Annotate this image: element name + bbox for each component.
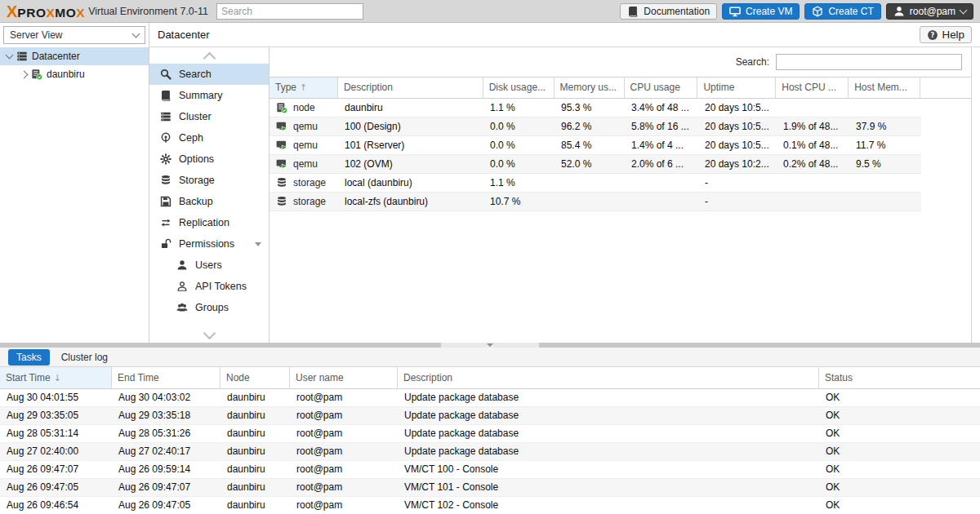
node-cell: daunbiru [220,479,290,496]
description-cell: Update package database [398,389,819,406]
book-icon [627,6,639,17]
type-label: storage [293,193,326,210]
tree-item-daunbiru[interactable]: daunbiru [0,65,149,83]
type-cell: qemu [270,136,338,154]
user-label: root@pam [910,6,956,17]
resource-row-100-design[interactable]: qemu100 (Design)0.0 %96.2 %5.8% of 16 ..… [270,117,921,136]
column-header-host-cpu[interactable]: Host CPU ... [776,78,849,98]
tree-item-datacenter[interactable]: Datacenter [0,47,149,65]
user-cell: root@pam [290,425,398,442]
menu-item-permissions[interactable]: Permissions [149,233,269,255]
db-icon [160,175,172,186]
task-row[interactable]: Aug 26 09:47:05Aug 26 09:47:07daunbiruro… [0,479,980,497]
task-row[interactable]: Aug 28 05:31:14Aug 28 05:31:26daunbiruro… [0,425,980,443]
menu-item-storage[interactable]: Storage [149,170,269,191]
node-cell: daunbiru [220,443,290,460]
table-search-input[interactable] [776,54,962,70]
user-icon [893,6,905,17]
help-button[interactable]: ? Help [920,26,972,43]
tab-tasks[interactable]: Tasks [8,349,50,366]
view-selector-combobox[interactable]: Server View [3,26,145,44]
column-header-cpu-usage[interactable]: CPU usage [625,78,698,98]
column-header-host-mem[interactable]: Host Mem... [849,78,920,98]
resource-row-daunbiru[interactable]: nodedaunbiru1.1 %95.3 %3.4% of 48 ...20 … [270,99,921,117]
menu-item-options[interactable]: Options [149,148,269,170]
resource-row-101-rserver[interactable]: qemu101 (Rserver)0.0 %85.4 %1.4% of 4 ..… [270,136,921,155]
memory-cell [555,193,625,210]
column-header-description[interactable]: Description [338,78,483,98]
menu-item-summary[interactable]: Summary [149,85,269,106]
column-header-start-time[interactable]: Start Time↓ [0,367,112,388]
menu-scroll-down[interactable] [149,326,269,343]
resource-tree: Datacenter daunbiru [0,47,149,83]
user-cell: root@pam [290,407,398,424]
menu-item-backup[interactable]: Backup [149,191,269,212]
uptime-cell: - [698,193,777,210]
resource-row-local-daunbiru[interactable]: storagelocal (daunbiru)1.1 %- [270,174,921,193]
help-icon: ? [927,29,938,41]
column-header-description[interactable]: Description [398,367,819,388]
create-ct-button[interactable]: Create CT [804,3,880,20]
task-row[interactable]: Aug 27 02:40:00Aug 27 02:40:17daunbiruro… [0,443,980,461]
resource-row-102-ovm[interactable]: qemu102 (OVM)0.0 %52.0 %2.0% of 6 ...20 … [270,155,921,174]
create-ct-label: Create CT [828,6,873,17]
column-header-uptime[interactable]: Uptime [697,78,776,98]
column-header-end-time[interactable]: End Time [112,367,220,388]
menu-item-groups[interactable]: Groups [149,297,269,318]
menu-item-cluster[interactable]: Cluster [149,106,269,127]
column-header-type[interactable]: Type↑ [270,78,338,98]
expand-arrow-icon[interactable] [6,51,14,60]
column-header-status[interactable]: Status [819,367,980,388]
menu-item-replication[interactable]: Replication [149,212,269,233]
documentation-button[interactable]: Documentation [620,3,717,20]
type-label: node [293,99,315,117]
task-row[interactable]: Aug 26 09:46:54Aug 26 09:47:05daunbiruro… [0,497,980,514]
collapse-arrow-icon[interactable] [255,242,261,246]
user-cell: root@pam [290,443,398,460]
node-cell: daunbiru [220,389,290,406]
column-header-label: Disk usage... [489,82,546,93]
menu-item-ceph[interactable]: Ceph [149,127,269,148]
disk-cell: 0.0 % [483,155,555,173]
collapse-arrow-icon[interactable] [20,70,29,78]
status-cell: OK [819,497,980,514]
disk-cell: 0.0 % [483,117,555,135]
column-header-memory-us[interactable]: Memory us... [555,78,625,98]
task-row[interactable]: Aug 26 09:47:07Aug 26 09:59:14daunbiruro… [0,461,980,479]
node-cell: daunbiru [220,497,290,514]
column-header-label: Status [825,372,853,383]
page-title: Datacenter [158,29,210,41]
cpu-cell: 1.4% of 4 ... [625,136,698,154]
top-bar: X PROXMOX Virtual Environment 7.0-11 Doc… [0,0,980,23]
tree-panel: Server View Datacenter daunbiru [0,23,149,343]
global-search-input[interactable] [216,3,363,20]
help-label: Help [942,29,964,41]
user-menu-button[interactable]: root@pam [886,3,973,20]
content-header: Datacenter ? Help [149,23,980,47]
repeat-icon [160,217,172,228]
column-header-label: End Time [118,372,159,383]
start-cell: Aug 28 05:31:14 [0,425,112,442]
tab-cluster-log[interactable]: Cluster log [53,349,116,366]
column-header-node[interactable]: Node [220,367,290,388]
view-selector-value: Server View [10,29,62,41]
qemu-icon [276,140,287,151]
column-header-label: Description [344,82,393,93]
column-header-disk-usage[interactable]: Disk usage... [483,78,555,98]
column-header-user-name[interactable]: User name [290,367,398,388]
resource-row-local-zfs-daunbiru[interactable]: storagelocal-zfs (daunbiru)10.7 %- [270,193,921,211]
task-row[interactable]: Aug 30 04:01:55Aug 30 04:03:02daunbiruro… [0,389,980,407]
tasks-tab-bar: Tasks Cluster log [0,348,980,367]
host_cpu-cell: 0.1% of 48... [777,136,849,154]
menu-item-users[interactable]: Users [149,255,269,276]
host_cpu-cell [777,193,849,210]
column-header-empty[interactable] [920,78,971,98]
menu-item-search[interactable]: Search [149,64,269,85]
menu-scroll-up[interactable] [149,47,269,64]
task-row[interactable]: Aug 29 03:35:05Aug 29 03:35:18daunbiruro… [0,407,980,425]
status-cell: OK [819,425,980,442]
proxmox-x-logo-icon: X [7,3,16,20]
menu-item-api-tokens[interactable]: API Tokens [149,276,269,297]
create-vm-button[interactable]: Create VM [722,3,800,20]
documentation-label: Documentation [644,6,710,17]
